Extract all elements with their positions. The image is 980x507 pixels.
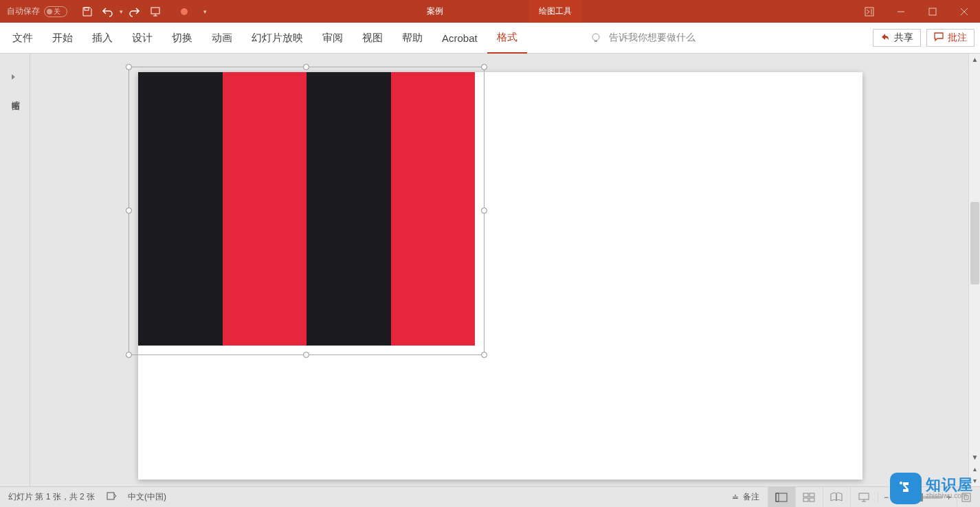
tellme-search[interactable]: 告诉我你想要做什么 [590, 32, 695, 44]
expand-panel-button[interactable] [10, 71, 19, 81]
language-label[interactable]: 中文(中国) [128, 491, 166, 503]
scroll-down-button[interactable]: ▼ [969, 451, 980, 463]
svg-rect-8 [107, 493, 114, 499]
tab-format[interactable]: 格式 [487, 23, 527, 54]
notes-button[interactable]: ≐ 备注 [724, 491, 768, 503]
record-button[interactable] [175, 3, 193, 21]
resize-handle-bl[interactable] [126, 352, 132, 358]
tab-view[interactable]: 视图 [353, 23, 392, 54]
resize-handle-br[interactable] [481, 352, 487, 358]
svg-rect-10 [776, 493, 779, 502]
svg-rect-9 [776, 493, 787, 502]
autosave-label: 自动保存 [7, 5, 40, 17]
tab-help[interactable]: 帮助 [392, 23, 432, 54]
annotate-label: 批注 [948, 32, 967, 44]
status-left: 幻灯片 第 1 张，共 2 张 中文(中国) [0, 491, 166, 504]
redo-button[interactable] [126, 3, 144, 21]
svg-point-7 [592, 34, 599, 41]
share-label: 共享 [894, 32, 913, 44]
tab-design[interactable]: 设计 [122, 23, 162, 54]
tab-animations[interactable]: 动画 [202, 23, 242, 54]
resize-handle-tm[interactable] [303, 64, 309, 70]
tellme-placeholder: 告诉我你想要做什么 [609, 32, 695, 44]
notes-label: 备注 [743, 491, 759, 503]
slide-count-label[interactable]: 幻灯片 第 1 张，共 2 张 [8, 491, 95, 503]
resize-handle-tr[interactable] [481, 64, 487, 70]
zoom-in-button[interactable]: + [946, 493, 951, 502]
undo-button[interactable] [99, 3, 117, 21]
close-button[interactable] [948, 0, 980, 23]
share-button[interactable]: 共享 [873, 29, 921, 47]
zoom-track[interactable] [893, 496, 942, 499]
resize-handle-tl[interactable] [126, 64, 132, 70]
tab-insert[interactable]: 插入 [82, 23, 122, 54]
record-icon [181, 8, 188, 15]
tab-home[interactable]: 开始 [43, 23, 82, 54]
panel-vertical-label: 缩略图 [10, 93, 21, 98]
reading-view-button[interactable] [823, 487, 850, 508]
svg-rect-12 [810, 493, 814, 497]
maximize-button[interactable] [917, 0, 948, 23]
autosave-toggle[interactable]: 自动保存 关 [7, 5, 67, 17]
thumbnail-panel-collapsed: 缩略图 [0, 54, 30, 486]
tab-acrobat[interactable]: Acrobat [432, 23, 487, 54]
ribbon-actions: 共享 批注 [873, 29, 975, 47]
scroll-thumb[interactable] [970, 202, 979, 284]
context-tool-tab[interactable]: 绘图工具 [529, 0, 581, 23]
share-icon [880, 32, 890, 44]
zoom-slider[interactable]: − + [878, 493, 957, 502]
save-button[interactable] [78, 3, 96, 21]
zoom-out-button[interactable]: − [884, 493, 889, 502]
titlebar: 自动保存 关 ▾ ▾ 案例 绘图工具 [0, 0, 980, 23]
resize-handle-bm[interactable] [303, 352, 309, 358]
normal-view-button[interactable] [768, 487, 795, 508]
slideshow-view-button[interactable] [850, 487, 878, 508]
next-slide-button[interactable]: ▾ [969, 475, 980, 486]
minimize-button[interactable] [885, 0, 917, 23]
svg-rect-1 [151, 8, 159, 14]
ribbon-tabs: 文件 开始 插入 设计 切换 动画 幻灯片放映 审阅 视图 帮助 Acrobat… [0, 23, 980, 54]
work-area: 缩略图 ▲ ▼ ▴ ▾ [0, 54, 980, 486]
resize-handle-ml[interactable] [126, 207, 132, 214]
svg-rect-13 [803, 498, 808, 502]
window-controls [854, 0, 980, 23]
fit-to-window-button[interactable] [957, 487, 975, 508]
toggle-off-icon: 关 [44, 6, 67, 17]
ribbon-display-options-button[interactable] [854, 0, 885, 23]
zoom-thumb[interactable] [917, 493, 923, 502]
svg-rect-11 [803, 493, 808, 497]
annotate-button[interactable]: 批注 [926, 29, 975, 47]
slide[interactable] [138, 72, 862, 480]
svg-rect-4 [929, 8, 936, 15]
tab-file[interactable]: 文件 [3, 23, 43, 54]
svg-rect-15 [859, 493, 869, 499]
spellcheck-icon[interactable] [106, 491, 117, 504]
lightbulb-icon [590, 32, 602, 44]
vertical-scrollbar[interactable]: ▲ ▼ ▴ ▾ [968, 54, 980, 486]
slide-canvas-area[interactable] [30, 54, 968, 486]
tab-slideshow[interactable]: 幻灯片放映 [242, 23, 313, 54]
selection-frame[interactable] [129, 67, 485, 355]
quick-access-toolbar: 自动保存 关 ▾ ▾ [0, 3, 214, 21]
tab-review[interactable]: 审阅 [313, 23, 353, 54]
svg-rect-0 [85, 8, 89, 10]
qat-customize-button[interactable]: ▾ [196, 3, 214, 21]
slideshow-from-start-button[interactable] [146, 3, 164, 21]
status-right: ≐ 备注 − + [724, 487, 975, 508]
svg-rect-16 [962, 493, 970, 502]
undo-dropdown-icon[interactable]: ▾ [120, 8, 123, 15]
prev-slide-button[interactable]: ▴ [969, 463, 980, 475]
comment-icon [934, 32, 944, 44]
scroll-up-button[interactable]: ▲ [969, 54, 980, 65]
svg-rect-14 [810, 498, 814, 502]
resize-handle-mr[interactable] [481, 207, 487, 214]
slide-sorter-view-button[interactable] [795, 487, 823, 508]
notes-icon: ≐ [732, 493, 739, 502]
tab-transitions[interactable]: 切换 [162, 23, 202, 54]
status-bar: 幻灯片 第 1 张，共 2 张 中文(中国) ≐ 备注 − + [0, 486, 980, 507]
chevron-down-icon: ▾ [203, 8, 207, 15]
